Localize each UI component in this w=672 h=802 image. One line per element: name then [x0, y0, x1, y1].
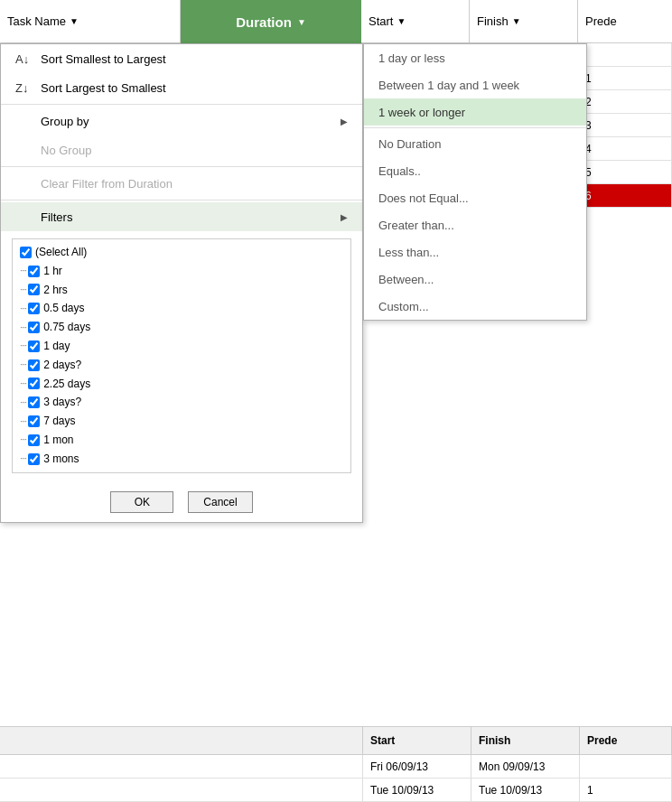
checklist-item[interactable]: ···· 3 mons: [16, 450, 347, 469]
checklist-checkbox[interactable]: [28, 340, 40, 352]
flyout-item[interactable]: No Duration: [364, 130, 586, 157]
clear-filter-item: Clear Filter from Duration: [1, 169, 362, 198]
flyout-item-label: Equals..: [378, 164, 421, 178]
duration-sort-arrow[interactable]: ▼: [297, 17, 306, 27]
cancel-button[interactable]: Cancel: [188, 491, 252, 513]
flyout-item-label: 1 week or longer: [378, 106, 465, 119]
checklist-label: 0.5 days: [43, 301, 84, 316]
cell-prede: [578, 43, 672, 66]
cell-prede: 5: [578, 161, 672, 183]
checklist-item[interactable]: ···· 7 days: [16, 412, 347, 431]
separator-3: [1, 200, 362, 200]
flyout-item-label: No Duration: [378, 137, 441, 151]
flyout-separator: [364, 127, 586, 128]
filters-item[interactable]: Filters ▶: [1, 202, 362, 231]
checklist-label: (Select All): [35, 245, 87, 260]
flyout-item[interactable]: Between 1 day and 1 week: [364, 71, 586, 98]
checklist-item[interactable]: ···· 2 days?: [16, 356, 347, 375]
checklist-label: 3 mons: [43, 452, 79, 467]
dropdown-panel: A↓ Sort Smallest to Largest Z↓ Sort Larg…: [0, 43, 363, 523]
flyout-item[interactable]: Custom...: [364, 293, 586, 320]
bottom-table-header: Start Finish Prede: [0, 726, 672, 755]
filters-arrow: ▶: [341, 212, 348, 222]
checklist-item[interactable]: ···· 2 hrs: [16, 281, 347, 300]
separator-1: [1, 104, 362, 105]
table-bottom-section: Start Finish Prede Fri 06/09/13 Mon 09/0…: [0, 726, 672, 802]
flyout-item[interactable]: 1 day or less: [364, 44, 586, 71]
checklist-item[interactable]: ···· 0.5 days: [16, 299, 347, 318]
duration-header[interactable]: Duration ▼: [181, 0, 361, 43]
cell-prede: 6: [578, 184, 672, 207]
group-by-item[interactable]: Group by ▶: [1, 107, 362, 135]
checklist-checkbox[interactable]: [28, 396, 40, 408]
separator-2: [1, 166, 362, 167]
bottom-cell-finish: Mon 09/09/13: [471, 755, 580, 778]
ok-button[interactable]: OK: [110, 491, 173, 513]
checklist-item[interactable]: ···· 2.25 days: [16, 375, 347, 394]
checklist-label: 1 mon: [43, 433, 73, 448]
bottom-cell-prede: [580, 755, 672, 778]
checklist-label: 2 days?: [43, 358, 81, 373]
sort-asc-icon: A↓: [15, 52, 41, 66]
cell-prede: 4: [578, 137, 672, 160]
checklist-checkbox[interactable]: [28, 415, 40, 427]
flyout-item-label: Does not Equal...: [378, 191, 469, 205]
bottom-table-row: Fri 06/09/13 Mon 09/09/13: [0, 755, 672, 779]
cell-prede: 3: [578, 114, 672, 136]
checklist-label: 7 days: [43, 414, 75, 429]
flyout-item-label: Greater than...: [378, 219, 454, 232]
bottom-cell-finish: Tue 10/09/13: [471, 779, 580, 801]
sort-desc-item[interactable]: Z↓ Sort Largest to Smallest: [1, 73, 362, 102]
sort-asc-item[interactable]: A↓ Sort Smallest to Largest: [1, 44, 362, 73]
checklist-item[interactable]: ···· 0.75 days: [16, 318, 347, 337]
group-by-arrow: ▶: [341, 117, 348, 126]
flyout-item[interactable]: Between...: [364, 266, 586, 293]
flyout-item-label: Custom...: [378, 300, 429, 313]
checklist-item[interactable]: ···· 1 hr: [16, 262, 347, 281]
col-start-header: Start ▼: [361, 0, 470, 42]
cell-prede: 1: [578, 67, 672, 89]
flyout-item-label: Less than...: [378, 246, 439, 259]
checklist-checkbox[interactable]: [28, 453, 40, 465]
flyout-item[interactable]: Less than...: [364, 238, 586, 266]
checklist-label: 1 day: [43, 339, 70, 354]
bottom-cell-prede: 1: [580, 779, 672, 801]
flyout-item[interactable]: Does not Equal...: [364, 184, 586, 211]
checklist-label: 0.75 days: [43, 320, 90, 335]
checklist-checkbox[interactable]: [28, 378, 40, 389]
checklist-checkbox[interactable]: [28, 359, 40, 371]
filters-section: (Select All) ···· 1 hr ···· 2 hrs ···· 0…: [1, 231, 362, 484]
flyout-item[interactable]: Greater than...: [364, 211, 586, 238]
checklist-label: 2 hrs: [43, 283, 68, 298]
checklist-item[interactable]: ···· 1 mon: [16, 431, 347, 450]
no-group-item: No Group: [1, 135, 362, 164]
checklist-checkbox[interactable]: [28, 266, 40, 277]
checklist-checkbox[interactable]: [20, 247, 32, 258]
bottom-cell-start: Tue 10/09/13: [363, 779, 471, 801]
filter-flyout-panel: 1 day or lessBetween 1 day and 1 week1 w…: [363, 43, 587, 321]
checklist-checkbox[interactable]: [28, 434, 40, 446]
flyout-item[interactable]: 1 week or longer: [364, 98, 586, 126]
checklist-item[interactable]: (Select All): [16, 243, 347, 262]
bottom-table-row: Tue 10/09/13 Tue 10/09/13 1: [0, 779, 672, 802]
sort-desc-icon: Z↓: [15, 81, 41, 95]
checklist-item[interactable]: ···· 3 days?: [16, 393, 347, 412]
taskname-sort-arrow[interactable]: ▼: [70, 16, 79, 26]
checklist-checkbox[interactable]: [28, 303, 40, 314]
col-prede-header: Prede: [578, 0, 672, 42]
cell-prede: 2: [578, 90, 672, 113]
start-sort-arrow[interactable]: ▼: [397, 16, 406, 26]
checklist-checkbox[interactable]: [28, 322, 40, 333]
checklist-checkbox[interactable]: [28, 284, 40, 295]
checklist-item[interactable]: ···· 1 day: [16, 337, 347, 356]
checklist-label: 1 hr: [43, 264, 62, 279]
checklist[interactable]: (Select All) ···· 1 hr ···· 2 hrs ···· 0…: [12, 238, 351, 473]
finish-sort-arrow[interactable]: ▼: [512, 16, 521, 26]
flyout-item[interactable]: Equals..: [364, 157, 586, 184]
flyout-item-label: 1 day or less: [378, 51, 445, 65]
checklist-label: 2.25 days: [43, 377, 90, 392]
flyout-item-label: Between 1 day and 1 week: [378, 79, 519, 92]
checklist-label: 3 days?: [43, 395, 81, 410]
bottom-cell-start: Fri 06/09/13: [363, 755, 471, 778]
col-finish-header: Finish ▼: [470, 0, 578, 42]
